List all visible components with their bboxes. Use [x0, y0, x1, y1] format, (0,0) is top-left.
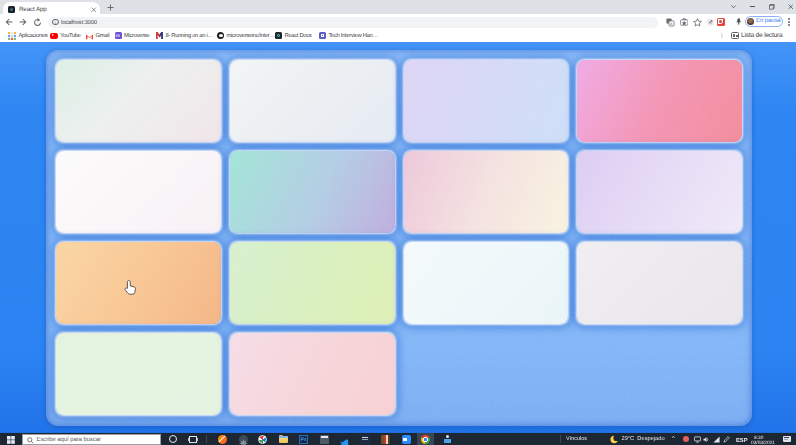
svg-text:ESP: ESP	[736, 437, 748, 444]
svg-text:a: a	[670, 22, 673, 26]
svg-text:03/03/2021: 03/03/2021	[751, 440, 775, 445]
svg-text:8:30: 8:30	[754, 434, 764, 440]
